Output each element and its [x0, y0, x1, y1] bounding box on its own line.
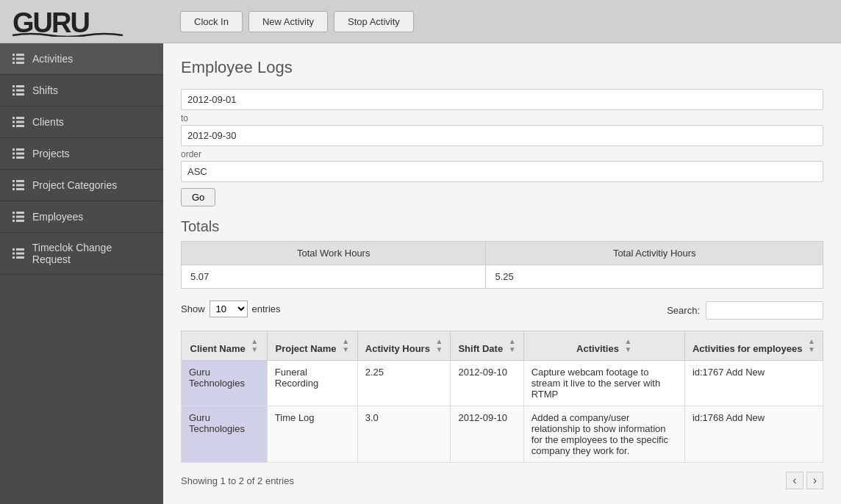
svg-rect-33 [12, 216, 15, 218]
next-page-button[interactable]: › [806, 472, 823, 489]
order-label: order [181, 149, 823, 159]
svg-rect-30 [16, 188, 24, 190]
sort-shift-date-icon: ▲▼ [509, 337, 516, 353]
svg-rect-17 [12, 125, 15, 127]
col-project-name[interactable]: Project Name ▲▼ [267, 331, 357, 361]
clients-icon [12, 115, 25, 129]
stop-activity-button[interactable]: Stop Activity [334, 11, 414, 32]
svg-rect-40 [16, 253, 24, 255]
header: GURU Clock In New Activity Stop Activity [0, 0, 841, 43]
main-content: Employee Logs to order Go Totals Total W… [163, 43, 841, 504]
total-activity-hours-value: 5.25 [486, 265, 823, 289]
sidebar-item-project-categories[interactable]: Project Categories [0, 170, 163, 201]
svg-rect-8 [16, 85, 24, 87]
svg-rect-20 [16, 148, 24, 151]
list-icon [12, 52, 25, 65]
cell-project-name: Funeral Recording [267, 361, 357, 406]
cell-activity-hours: 2.25 [357, 361, 451, 406]
clock-in-button[interactable]: Clock In [180, 11, 243, 32]
svg-rect-35 [12, 220, 15, 222]
projects-icon [12, 147, 25, 160]
svg-rect-12 [16, 93, 24, 96]
col-activity-hours[interactable]: Activity Hours ▲▼ [357, 331, 451, 361]
col-client-name[interactable]: Client Name ▲▼ [182, 331, 268, 361]
cell-client-name: Guru Technologies [182, 361, 268, 406]
new-activity-button[interactable]: New Activity [248, 11, 328, 32]
logo: GURU [9, 6, 137, 37]
sort-project-name-icon: ▲▼ [342, 337, 349, 353]
sidebar-item-timeclock[interactable]: Timeclok Change Request [0, 233, 163, 275]
sidebar-item-activities[interactable]: Activities [0, 43, 163, 75]
svg-rect-21 [12, 153, 15, 155]
header-buttons: Clock In New Activity Stop Activity [180, 11, 414, 32]
shifts-icon [12, 84, 25, 97]
search-label: Search: [667, 305, 700, 316]
table-row: Guru TechnologiesFuneral Recording2.2520… [182, 361, 823, 406]
col-activities[interactable]: Activities ▲▼ [523, 331, 684, 361]
svg-rect-32 [16, 212, 24, 214]
total-work-hours-value: 5.07 [182, 265, 486, 289]
table-controls: Search: [667, 301, 823, 320]
employees-icon [12, 210, 25, 223]
table-row: Guru TechnologiesTime Log3.02012-09-10Ad… [182, 406, 823, 463]
sort-activity-hours-icon: ▲▼ [436, 337, 443, 353]
sidebar-item-shifts-label: Shifts [32, 84, 58, 96]
show-entries: Show 10 25 50 100 entries [181, 300, 281, 317]
sidebar-item-project-categories-label: Project Categories [32, 179, 117, 191]
col-shift-date[interactable]: Shift Date ▲▼ [451, 331, 523, 361]
sidebar-item-employees-label: Employees [32, 211, 83, 223]
sidebar-item-employees[interactable]: Employees [0, 201, 163, 233]
showing-text: Showing 1 to 2 of 2 entries [181, 475, 294, 486]
svg-rect-23 [12, 156, 15, 159]
from-date-input[interactable] [181, 89, 823, 110]
to-date-input[interactable] [181, 125, 823, 146]
filter-section: to order Go [181, 89, 823, 206]
sidebar-item-activities-label: Activities [32, 53, 73, 65]
pagination-section: Showing 1 to 2 of 2 entries ‹ › [181, 472, 823, 489]
svg-rect-1 [12, 54, 15, 56]
totals-title: Totals [181, 218, 823, 235]
go-button[interactable]: Go [181, 188, 215, 206]
pagination-buttons: ‹ › [786, 472, 823, 489]
svg-rect-24 [16, 156, 24, 159]
cell-activities-for-employees: id:1767 Add New [684, 361, 823, 406]
prev-page-button[interactable]: ‹ [786, 472, 803, 489]
svg-rect-9 [12, 90, 15, 92]
svg-rect-41 [12, 256, 15, 259]
total-work-hours-header: Total Work Hours [182, 242, 486, 265]
svg-rect-3 [12, 58, 15, 60]
data-table: Client Name ▲▼ Project Name ▲▼ Activity … [181, 331, 823, 463]
cell-activities: Capture webcam footage to stream it live… [523, 361, 684, 406]
sidebar-item-projects[interactable]: Projects [0, 138, 163, 170]
svg-rect-15 [12, 121, 15, 123]
svg-rect-37 [12, 248, 15, 251]
timeclock-icon [12, 247, 25, 260]
cell-shift-date: 2012-09-10 [451, 361, 523, 406]
to-label: to [181, 113, 823, 123]
sidebar: Activities Shifts Clients Projects Proje [0, 43, 163, 504]
page-title: Employee Logs [181, 58, 823, 77]
svg-rect-7 [12, 85, 15, 87]
svg-rect-6 [16, 62, 24, 64]
svg-rect-34 [16, 216, 24, 218]
total-activity-hours-header: Total Activitiy Hours [486, 242, 823, 265]
sort-activities-for-employees-icon: ▲▼ [808, 337, 815, 353]
svg-rect-26 [16, 180, 24, 182]
cell-client-name: Guru Technologies [182, 406, 268, 463]
sidebar-item-clients[interactable]: Clients [0, 107, 163, 138]
search-input[interactable] [706, 301, 823, 320]
cell-activity-hours: 3.0 [357, 406, 451, 463]
sidebar-item-shifts[interactable]: Shifts [0, 75, 163, 107]
svg-rect-22 [16, 153, 24, 155]
entries-select[interactable]: 10 25 50 100 [210, 300, 248, 317]
order-input[interactable] [181, 161, 823, 182]
col-activities-for-employees[interactable]: Activities for employees ▲▼ [684, 331, 823, 361]
svg-rect-42 [16, 256, 24, 259]
svg-rect-28 [16, 184, 24, 187]
svg-rect-38 [16, 248, 24, 251]
svg-rect-25 [12, 180, 15, 182]
categories-icon [12, 179, 25, 192]
svg-rect-4 [16, 58, 24, 60]
svg-rect-10 [16, 90, 24, 92]
sort-client-name-icon: ▲▼ [251, 337, 258, 353]
